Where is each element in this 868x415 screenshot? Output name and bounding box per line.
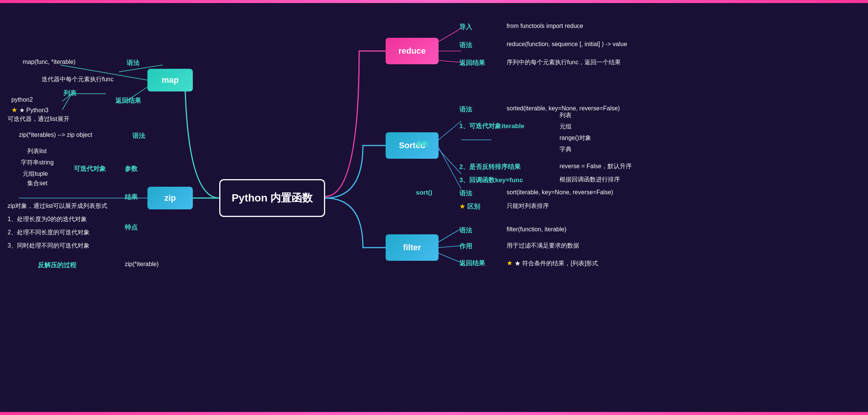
reduce-syntax-value: reduce(function, sequence [, initial] ) … <box>507 41 627 48</box>
filter-use-value: 用于过滤不满足要求的数据 <box>507 242 579 250</box>
svg-line-16 <box>439 253 461 263</box>
sorted-key-value: 根据回调函数进行排序 <box>560 176 620 184</box>
map-list-label: 列表 <box>64 89 76 98</box>
sorted-reverse-label: 2、是否反转排序结果 <box>459 163 521 171</box>
svg-line-12 <box>439 149 461 174</box>
center-node: Python 内置函数 <box>219 179 325 217</box>
reduce-label: reduce <box>398 46 426 56</box>
map-iter-desc: 可迭代器，通过list展开 <box>8 115 70 123</box>
sorted-syntax-value: sorted(iterable, key=None, reverse=False… <box>507 105 620 112</box>
sorted-reverse-value: reverse = False，默认升序 <box>560 163 632 170</box>
map-python2: python2 <box>11 96 33 103</box>
sorted-iter-label: 1、可迭代对象iterable <box>459 122 524 130</box>
zip-iter-label: 可迭代对象 <box>74 164 106 173</box>
center-label: Python 内置函数 <box>232 191 313 205</box>
zip-f3: 3、同时处理不同的可迭代对象 <box>8 242 90 250</box>
filter-node: filter <box>386 234 439 261</box>
svg-line-7 <box>439 28 461 42</box>
zip-feature-label: 特点 <box>125 223 138 232</box>
zip-f1: 1、处理长度为0的的迭代对象 <box>8 215 87 223</box>
map-python3: ★ ★ Python3 <box>11 106 48 114</box>
reduce-import-value: from functools import reduce <box>507 23 583 29</box>
map-node: map <box>147 69 193 91</box>
sorted-key-label: 3、回调函数key=func <box>459 176 523 184</box>
filter-syntax-label: 语法 <box>459 226 472 235</box>
sort-diff-label: ★ 区别 <box>459 202 480 211</box>
filter-return-label: 返回结果 <box>459 259 485 268</box>
sorted-syntax-label: 语法 <box>459 105 472 114</box>
zip-f2: 2、处理不同长度的可迭代对象 <box>8 229 90 237</box>
reduce-return-value: 序列中的每个元素执行func，返回一个结果 <box>507 59 621 67</box>
sorted-dict: 字典 <box>560 146 572 153</box>
sorted-node: Sorted <box>386 132 439 159</box>
svg-line-10 <box>439 121 461 140</box>
map-syntax-key: 语法 <box>127 59 140 67</box>
sort-label: sort() <box>416 189 432 197</box>
svg-line-13 <box>439 147 461 189</box>
sort-syntax-value: sort(iterable, key=None, reverse=False) <box>507 189 613 196</box>
sorted-range: range()对象 <box>560 134 591 142</box>
zip-node: zip <box>147 187 193 209</box>
map-return-label: 返回结果 <box>115 96 141 105</box>
svg-line-9 <box>439 60 461 62</box>
map-syntax-value: map(func, *iterable) <box>23 59 76 65</box>
zip-unzip-label: 反解压的过程 <box>38 261 76 269</box>
reduce-return-label: 返回结果 <box>459 59 485 67</box>
zip-set-label: 集合set <box>27 180 47 187</box>
filter-syntax-value: filter(function, iterable) <box>507 226 566 233</box>
zip-syntax-key: 语法 <box>132 132 145 140</box>
sorted-param-label: 参数 <box>416 140 429 149</box>
svg-line-15 <box>439 246 461 248</box>
zip-result-value: zip对象，通过list可以展开成列表形式 <box>8 202 107 210</box>
sort-syntax-label: 语法 <box>459 189 472 198</box>
zip-result-label: 结果 <box>125 193 138 201</box>
filter-label: filter <box>403 243 421 252</box>
reduce-node: reduce <box>386 38 439 64</box>
sorted-list: 列表 <box>560 111 572 119</box>
zip-tuple-label: 元组tuple <box>23 170 48 178</box>
zip-string-label: 字符串string <box>21 159 54 167</box>
zip-param-label: 参数 <box>125 164 138 173</box>
reduce-import-label: 导入 <box>459 23 472 31</box>
svg-line-14 <box>439 229 461 242</box>
zip-unzip-value: zip(*iterable) <box>125 261 159 268</box>
sort-diff-value: 只能对列表排序 <box>507 202 549 210</box>
zip-syntax-value: zip(*iterables) --> zip object <box>19 132 92 138</box>
zip-label: zip <box>164 193 176 203</box>
map-desc: 迭代器中每个元素执行func <box>42 76 113 84</box>
filter-use-label: 作用 <box>459 242 472 251</box>
reduce-syntax-label: 语法 <box>459 41 472 50</box>
zip-list-label: 列表list <box>27 147 47 155</box>
map-label: map <box>161 75 178 85</box>
filter-return-value: ★ ★ 符合条件的结果，[列表]形式 <box>507 259 598 268</box>
sorted-tuple: 元组 <box>560 123 572 131</box>
